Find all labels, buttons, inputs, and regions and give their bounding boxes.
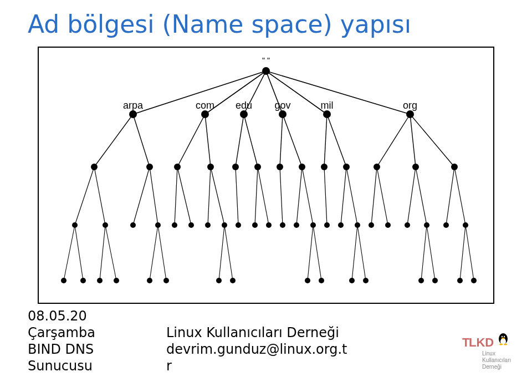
slide-title: Ad bölgesi (Name space) yapısı bbox=[28, 10, 411, 38]
svg-line-86 bbox=[308, 225, 313, 281]
svg-line-50 bbox=[377, 167, 388, 225]
svg-point-61 bbox=[205, 222, 211, 228]
svg-line-40 bbox=[236, 167, 238, 225]
dns-tree-diagram: " " arpa com edu gov bbox=[39, 48, 493, 303]
svg-point-66 bbox=[280, 222, 285, 228]
svg-line-87 bbox=[313, 225, 321, 281]
svg-line-12 bbox=[280, 114, 283, 167]
svg-line-43 bbox=[280, 167, 283, 225]
svg-point-105 bbox=[363, 278, 369, 283]
svg-line-44 bbox=[296, 167, 302, 225]
svg-point-102 bbox=[305, 278, 310, 283]
svg-point-60 bbox=[188, 222, 194, 228]
l2-edges bbox=[94, 114, 454, 167]
svg-line-51 bbox=[407, 167, 416, 225]
svg-line-89 bbox=[357, 225, 366, 281]
svg-point-103 bbox=[319, 278, 324, 283]
svg-line-82 bbox=[150, 225, 158, 281]
svg-line-18 bbox=[410, 114, 454, 167]
tld-label-arpa: arpa bbox=[123, 100, 144, 111]
svg-point-94 bbox=[61, 278, 66, 283]
svg-point-104 bbox=[349, 278, 355, 283]
svg-point-95 bbox=[80, 278, 86, 283]
svg-line-39 bbox=[211, 167, 224, 225]
svg-line-37 bbox=[177, 167, 191, 225]
svg-line-92 bbox=[460, 225, 466, 281]
tld-label-com: com bbox=[196, 100, 214, 111]
logo-line2: Kullanıcıları bbox=[482, 357, 511, 363]
footer-mid-line1: Linux Kullanıcıları Derneği bbox=[166, 324, 347, 341]
svg-point-114 bbox=[499, 344, 503, 345]
svg-line-36 bbox=[175, 167, 177, 225]
svg-line-88 bbox=[352, 225, 357, 281]
tld-nodes: arpa com edu gov mil org bbox=[123, 100, 417, 118]
logo-line1: Linux bbox=[482, 350, 495, 357]
svg-line-17 bbox=[410, 114, 416, 167]
tree-diagram-frame: " " arpa com edu gov bbox=[38, 47, 494, 304]
root-node-label: " " bbox=[262, 56, 270, 65]
svg-line-46 bbox=[324, 167, 327, 225]
svg-line-41 bbox=[255, 167, 258, 225]
root-edges bbox=[133, 71, 410, 114]
svg-line-45 bbox=[302, 167, 313, 225]
svg-line-53 bbox=[446, 167, 454, 225]
svg-point-112 bbox=[502, 336, 503, 337]
svg-point-74 bbox=[405, 222, 410, 228]
svg-line-33 bbox=[94, 167, 105, 225]
svg-line-32 bbox=[75, 167, 94, 225]
l4-edges bbox=[64, 225, 474, 281]
svg-line-9 bbox=[205, 114, 211, 167]
tld-label-org: org bbox=[403, 100, 417, 111]
svg-point-96 bbox=[97, 278, 103, 283]
svg-point-100 bbox=[216, 278, 222, 283]
logo-line3: Derneği bbox=[482, 364, 502, 370]
svg-line-7 bbox=[133, 114, 150, 167]
svg-line-81 bbox=[105, 225, 116, 281]
svg-point-76 bbox=[443, 222, 449, 228]
svg-point-109 bbox=[471, 278, 477, 283]
svg-point-63 bbox=[236, 222, 241, 228]
svg-line-79 bbox=[75, 225, 83, 281]
svg-point-59 bbox=[172, 222, 177, 228]
svg-line-85 bbox=[224, 225, 233, 281]
svg-line-35 bbox=[150, 167, 158, 225]
slide: Ad bölgesi (Name space) yapısı " " arpa bbox=[0, 0, 532, 392]
svg-point-98 bbox=[147, 278, 152, 283]
svg-line-8 bbox=[177, 114, 205, 167]
svg-point-108 bbox=[457, 278, 463, 283]
svg-line-54 bbox=[454, 167, 466, 225]
svg-point-101 bbox=[230, 278, 236, 283]
svg-line-78 bbox=[64, 225, 75, 281]
footer-left-line2: Çarşamba bbox=[28, 324, 95, 341]
svg-point-97 bbox=[114, 278, 119, 283]
footer-left-line1: 08.05.20 bbox=[28, 308, 95, 324]
svg-line-34 bbox=[133, 167, 150, 225]
svg-line-83 bbox=[158, 225, 166, 281]
svg-point-65 bbox=[266, 222, 272, 228]
svg-point-107 bbox=[432, 278, 438, 283]
svg-line-80 bbox=[100, 225, 105, 281]
svg-point-73 bbox=[385, 222, 391, 228]
l3-nodes bbox=[72, 222, 468, 228]
svg-line-42 bbox=[258, 167, 269, 225]
svg-point-70 bbox=[338, 222, 344, 228]
svg-line-16 bbox=[377, 114, 410, 167]
svg-point-113 bbox=[504, 336, 505, 337]
footer-left-block: 08.05.20 Çarşamba BIND DNS Sunucusu bbox=[28, 308, 95, 374]
svg-point-106 bbox=[418, 278, 424, 283]
svg-line-15 bbox=[327, 114, 346, 167]
l3-edges bbox=[75, 167, 466, 225]
l2-nodes bbox=[91, 164, 458, 170]
tld-label-mil: mil bbox=[321, 100, 334, 111]
svg-line-52 bbox=[416, 167, 427, 225]
logo-main: LKD bbox=[469, 335, 494, 349]
footer-mid-line2: devrim.gunduz@linux.org.t bbox=[166, 341, 347, 358]
tld-label-gov: gov bbox=[274, 100, 290, 111]
svg-line-49 bbox=[371, 167, 377, 225]
svg-point-57 bbox=[130, 222, 136, 228]
svg-point-99 bbox=[163, 278, 169, 283]
svg-line-6 bbox=[94, 114, 133, 167]
lkd-logo: T LKD Linux Kullanıcıları Derneği bbox=[460, 331, 518, 374]
svg-point-115 bbox=[504, 344, 507, 345]
svg-line-11 bbox=[244, 114, 258, 167]
